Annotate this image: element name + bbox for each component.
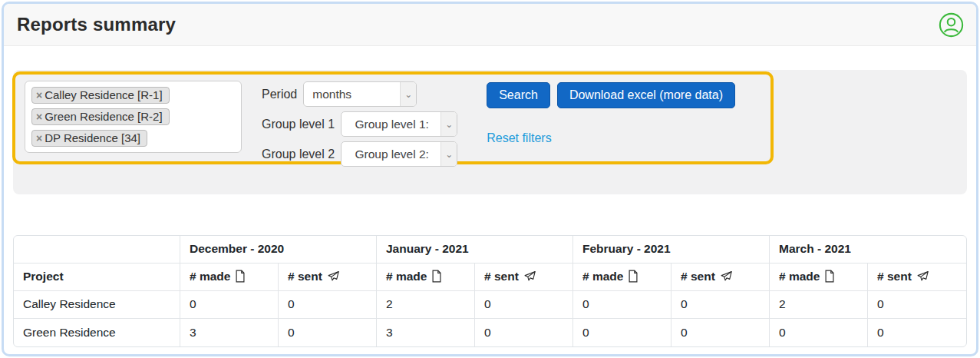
group-level-1-selected-value: Group level 1: (342, 118, 441, 131)
sent-column-header: # sent (868, 264, 966, 291)
project-tag[interactable]: × Green Residence [R-2] (31, 108, 170, 125)
month-group-header: March - 2021 (770, 236, 966, 264)
period-label: Period (262, 88, 297, 101)
document-icon (824, 270, 835, 283)
remove-icon[interactable]: × (36, 111, 42, 123)
remove-icon[interactable]: × (36, 89, 42, 101)
made-column-header: # made (377, 264, 475, 291)
made-header-label: # made (779, 270, 820, 283)
project-tag[interactable]: × Calley Residence [R-1] (31, 87, 170, 104)
download-excel-button[interactable]: Download excel (more data) (557, 82, 735, 108)
document-icon (628, 270, 638, 283)
value-cell: 0 (573, 291, 671, 319)
period-row: Period months ⌄ (262, 81, 457, 107)
value-cell: 0 (868, 291, 966, 319)
project-tag-label: Green Residence [R-2] (45, 110, 162, 123)
filter-actions: Search Download excel (more data) Reset … (487, 81, 735, 145)
send-icon (720, 270, 733, 283)
table-row: Calley Residence 0 0 2 0 0 0 2 0 (14, 291, 966, 319)
sent-header-label: # sent (877, 270, 912, 283)
filter-highlight-zone: × Calley Residence [R-1] × Green Residen… (12, 71, 774, 164)
project-tag[interactable]: × DP Residence [34] (31, 130, 147, 147)
user-circle-icon (939, 12, 964, 38)
empty-corner-cell (14, 236, 180, 264)
sent-column-header: # sent (279, 264, 377, 291)
made-header-label: # made (582, 270, 623, 283)
value-cell: 0 (671, 291, 770, 319)
table-row: Green Residence 3 0 3 0 0 0 0 0 (14, 319, 966, 346)
user-account-button[interactable] (938, 12, 964, 38)
button-row: Search Download excel (more data) (487, 82, 735, 108)
period-selected-value: months (304, 88, 400, 101)
reports-table-card: December - 2020 January - 2021 February … (13, 235, 967, 347)
document-icon (235, 270, 246, 283)
project-name-cell: Calley Residence (14, 291, 180, 319)
made-column-header: # made (180, 264, 279, 291)
value-cell: 0 (279, 291, 377, 319)
month-group-header: December - 2020 (180, 236, 377, 264)
group-level-2-row: Group level 2 Group level 2: ⌄ (262, 141, 457, 167)
value-cell: 2 (377, 291, 475, 319)
value-cell: 3 (377, 319, 475, 346)
filter-selects: Period months ⌄ Group level 1 Group leve… (262, 81, 457, 167)
sent-header-label: # sent (288, 270, 322, 283)
remove-icon[interactable]: × (36, 132, 42, 144)
value-cell: 0 (475, 319, 573, 346)
document-icon (431, 270, 442, 283)
project-tags-input[interactable]: × Calley Residence [R-1] × Green Residen… (25, 81, 242, 153)
value-cell: 2 (770, 291, 868, 319)
project-name-cell: Green Residence (14, 319, 180, 346)
project-tag-label: Calley Residence [R-1] (45, 88, 162, 101)
group-level-1-row: Group level 1 Group level 1: ⌄ (262, 111, 457, 137)
group-level-1-label: Group level 1 (262, 118, 335, 131)
reset-filters-link[interactable]: Reset filters (487, 131, 551, 145)
value-cell: 0 (475, 291, 573, 319)
chevron-down-icon: ⌄ (441, 142, 457, 166)
reports-summary-page: Reports summary × Calley Residence [R-1] (2, 2, 978, 356)
top-bar: Reports summary (4, 4, 976, 46)
sent-column-header: # sent (475, 264, 573, 291)
value-cell: 0 (770, 319, 868, 346)
send-icon (916, 270, 929, 283)
group-level-1-select[interactable]: Group level 1: ⌄ (341, 111, 457, 137)
sent-header-label: # sent (681, 270, 715, 283)
sent-column-header: # sent (671, 264, 770, 291)
search-button[interactable]: Search (487, 82, 550, 108)
send-icon (523, 270, 536, 283)
content-area: × Calley Residence [R-1] × Green Residen… (4, 70, 976, 347)
project-column-header: Project (14, 264, 180, 291)
sent-header-label: # sent (484, 270, 519, 283)
made-column-header: # made (573, 264, 671, 291)
chevron-down-icon: ⌄ (400, 82, 416, 106)
value-cell: 3 (180, 319, 279, 346)
value-cell: 0 (573, 319, 671, 346)
chevron-down-icon: ⌄ (441, 112, 457, 136)
group-level-2-label: Group level 2 (262, 148, 335, 161)
month-header-row: December - 2020 January - 2021 February … (14, 236, 966, 264)
month-group-header: February - 2021 (573, 236, 770, 264)
made-header-label: # made (386, 270, 427, 283)
group-level-2-select[interactable]: Group level 2: ⌄ (341, 141, 457, 167)
value-cell: 0 (671, 319, 770, 346)
made-column-header: # made (770, 264, 868, 291)
value-cell: 0 (180, 291, 279, 319)
group-level-2-selected-value: Group level 2: (342, 148, 441, 161)
sub-header-row: Project # made # sent # made # sent # ma… (14, 264, 966, 291)
reports-table: December - 2020 January - 2021 February … (14, 236, 966, 346)
filter-card: × Calley Residence [R-1] × Green Residen… (13, 70, 967, 194)
page-title: Reports summary (17, 14, 176, 35)
made-header-label: # made (190, 270, 230, 283)
period-select[interactable]: months ⌄ (303, 81, 417, 107)
value-cell: 0 (868, 319, 966, 346)
value-cell: 0 (279, 319, 377, 346)
send-icon (327, 270, 340, 283)
project-tag-label: DP Residence [34] (45, 131, 140, 144)
month-group-header: January - 2021 (377, 236, 573, 264)
